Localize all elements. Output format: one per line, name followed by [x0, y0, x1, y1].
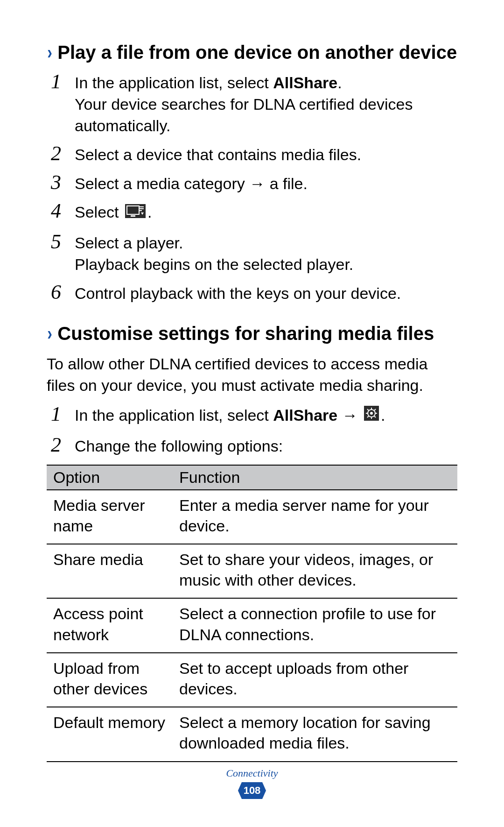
step-number: 4 — [47, 201, 65, 221]
step-text: . — [337, 74, 342, 92]
step-body: In the application list, select AllShare… — [75, 405, 457, 428]
page-footer: Connectivity 108 — [0, 767, 504, 799]
table-row: Access point network Select a connection… — [47, 598, 457, 652]
cell-function: Set to accept uploads from other devices… — [173, 653, 457, 707]
settings-gear-icon — [364, 405, 379, 426]
step-number: 3 — [47, 172, 65, 193]
step-subtext: Playback begins on the selected player. — [75, 254, 457, 276]
step-body: In the application list, select AllShare… — [75, 72, 457, 137]
cell-function: Select a connection profile to use for D… — [173, 598, 457, 652]
section-heading-play-file: › Play a file from one device on another… — [47, 42, 457, 63]
step-text: . — [381, 406, 385, 424]
step-text: In the application list, select — [75, 74, 273, 92]
step-number: 2 — [47, 435, 65, 455]
step-number: 1 — [47, 404, 65, 424]
section-heading-customise: › Customise settings for sharing media f… — [47, 323, 457, 344]
step-text: . — [147, 203, 152, 221]
step-number: 1 — [47, 71, 65, 92]
table-row: Media server name Enter a media server n… — [47, 490, 457, 544]
options-table: Option Function Media server name Enter … — [47, 465, 457, 762]
table-header-function: Function — [173, 465, 457, 490]
step-item: 6 Control playback with the keys on your… — [47, 283, 457, 304]
svg-rect-2 — [131, 215, 135, 217]
table-header-row: Option Function — [47, 465, 457, 490]
step-text: Select — [75, 203, 123, 221]
step-item: 1 In the application list, select AllSha… — [47, 72, 457, 137]
cell-option: Access point network — [47, 598, 173, 652]
step-number: 5 — [47, 232, 65, 252]
table-row: Share media Set to share your videos, im… — [47, 544, 457, 598]
step-body: Select a device that contains media file… — [75, 144, 457, 166]
step-body: Change the following options: — [75, 436, 457, 457]
table-row: Upload from other devices Set to accept … — [47, 653, 457, 707]
heading-text: Customise settings for sharing media fil… — [57, 323, 434, 344]
step-subtext: Your device searches for DLNA certified … — [75, 94, 457, 137]
steps-list-customise: 1 In the application list, select AllSha… — [47, 405, 457, 457]
step-body: Select . — [75, 202, 457, 225]
cell-function: Set to share your videos, images, or mus… — [173, 544, 457, 598]
step-body: Control playback with the keys on your d… — [75, 283, 457, 304]
step-text: In the application list, select — [75, 406, 273, 424]
cell-option: Media server name — [47, 490, 173, 544]
step-item: 5 Select a player. Playback begins on th… — [47, 233, 457, 276]
footer-section-label: Connectivity — [0, 767, 504, 779]
step-bold: AllShare — [273, 74, 337, 92]
step-body: Select a player. Playback begins on the … — [75, 233, 457, 276]
manual-page: › Play a file from one device on another… — [0, 0, 504, 827]
step-item: 1 In the application list, select AllSha… — [47, 405, 457, 428]
cell-option: Upload from other devices — [47, 653, 173, 707]
step-item: 2 Change the following options: — [47, 436, 457, 457]
step-text: → — [337, 406, 362, 424]
step-item: 2 Select a device that contains media fi… — [47, 144, 457, 166]
cast-to-device-icon — [125, 202, 146, 224]
step-text: Select a player. — [75, 234, 183, 252]
step-body: Select a media category → a file. — [75, 173, 457, 195]
step-bold: AllShare — [273, 406, 337, 424]
table-header-option: Option — [47, 465, 173, 490]
step-item: 3 Select a media category → a file. — [47, 173, 457, 195]
svg-point-5 — [370, 412, 373, 415]
step-number: 2 — [47, 143, 65, 164]
step-item: 4 Select . — [47, 202, 457, 225]
step-number: 6 — [47, 282, 65, 303]
table-row: Default memory Select a memory location … — [47, 707, 457, 761]
chevron-right-icon: › — [47, 323, 52, 344]
steps-list-play-file: 1 In the application list, select AllSha… — [47, 72, 457, 304]
page-number: 108 — [238, 782, 266, 799]
cell-option: Share media — [47, 544, 173, 598]
section-intro: To allow other DLNA certified devices to… — [47, 353, 457, 396]
cell-function: Select a memory location for saving down… — [173, 707, 457, 761]
page-number-badge: 108 — [238, 782, 266, 799]
cell-option: Default memory — [47, 707, 173, 761]
cell-function: Enter a media server name for your devic… — [173, 490, 457, 544]
chevron-right-icon: › — [47, 42, 52, 63]
heading-text: Play a file from one device on another d… — [57, 42, 457, 63]
